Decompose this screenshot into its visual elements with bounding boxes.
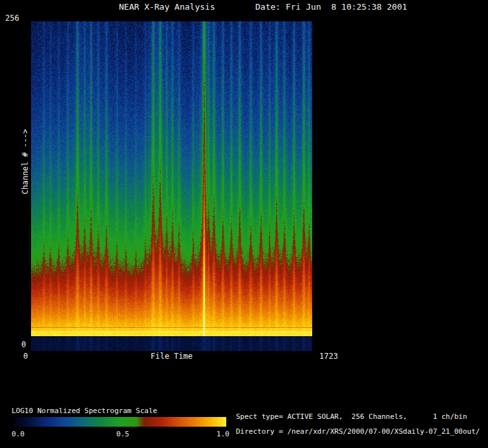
- colorbar-tick-min: 0.0: [12, 431, 25, 439]
- spectrogram-plot: [31, 21, 312, 351]
- y-axis-title: Channel # --->: [21, 129, 30, 194]
- y-axis-max-label: 256: [5, 14, 19, 23]
- y-axis-min-label: 0: [21, 341, 26, 350]
- date-label: Date: Fri Jun 8 10:25:38 2001: [255, 3, 407, 12]
- directory-info: Directory = /near/xdr/XRS/2000/07-00/XSd…: [236, 428, 480, 436]
- x-axis-max-label: 1723: [319, 352, 338, 361]
- colorbar-title: LOG10 Normalized Spectrogram Scale: [12, 407, 157, 416]
- x-axis-min-label: 0: [23, 352, 28, 361]
- spect-type-info: Spect type= ACTIVE SOLAR, 256 Channels, …: [236, 413, 467, 421]
- colorbar-tick-mid: 0.5: [116, 431, 129, 439]
- colorbar-tick-max: 1.0: [217, 431, 229, 439]
- page-title: NEAR X-Ray Analysis: [119, 3, 215, 12]
- x-axis-title: File Time: [151, 352, 193, 361]
- colorbar-gradient: [12, 417, 226, 427]
